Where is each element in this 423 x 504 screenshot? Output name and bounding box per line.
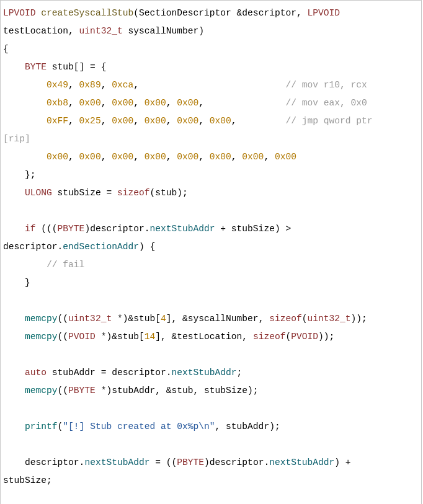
code-line: }: [3, 278, 30, 288]
code-line: 0xFF, 0x25, 0x00, 0x00, 0x00, 0x00, // j…: [3, 116, 373, 126]
code-line: [rip]: [3, 134, 30, 144]
code-line: stubSize;: [3, 475, 52, 485]
code-line: ULONG stubSize = sizeof(stub);: [3, 188, 188, 198]
code-line: memcpy((uint32_t *)&stub[4], &syscallNum…: [3, 314, 367, 324]
code-line: memcpy((PVOID *)&stub[14], &testLocation…: [3, 332, 334, 342]
code-line: 0x00, 0x00, 0x00, 0x00, 0x00, 0x00, 0x00…: [3, 152, 296, 162]
code-line: BYTE stub[] = {: [3, 62, 106, 72]
code-line: 0xb8, 0x00, 0x00, 0x00, 0x00, // mov eax…: [3, 98, 367, 108]
code-line: descriptor.endSectionAddr) {: [3, 242, 155, 252]
code-line: LPVOID createSyscallStub(SectionDescript…: [3, 8, 340, 18]
code-line: descriptor.nextStubAddr = ((PBYTE)descri…: [3, 458, 351, 467]
code-block: LPVOID createSyscallStub(SectionDescript…: [0, 0, 422, 504]
code-line: memcpy((PBYTE *)stubAddr, &stub, stubSiz…: [3, 386, 259, 396]
code-line: auto stubAddr = descriptor.nextStubAddr;: [3, 368, 242, 378]
code-line: printf("[!] Stub created at 0x%p\n", stu…: [3, 422, 280, 431]
code-line: if (((PBYTE)descriptor.nextStubAddr + st…: [3, 224, 291, 234]
code-line: };: [3, 170, 36, 180]
code-line: testLocation, uint32_t syscallNumber): [3, 26, 204, 36]
code-line: // fail: [3, 260, 84, 270]
code-line: {: [3, 44, 9, 54]
code-line: 0x49, 0x89, 0xca, // mov r10, rcx: [3, 80, 367, 90]
